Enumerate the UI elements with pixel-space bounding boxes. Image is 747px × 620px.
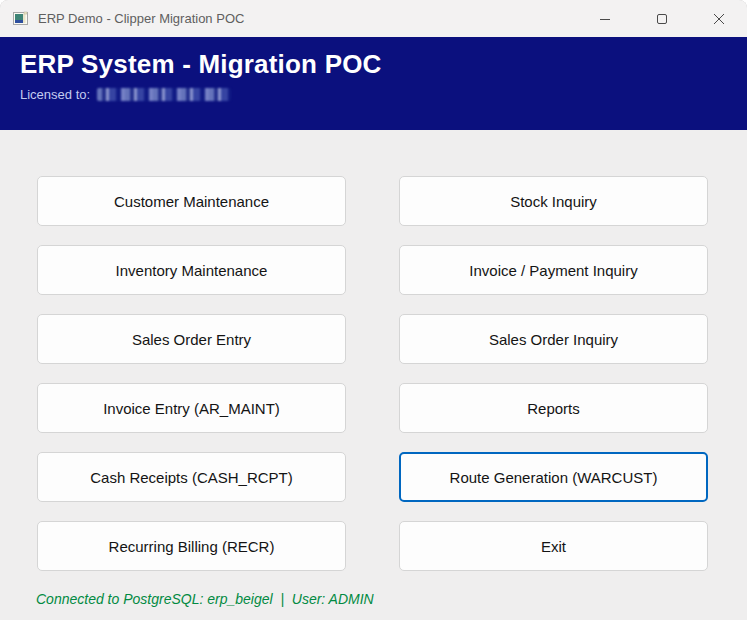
page-title: ERP System - Migration POC bbox=[20, 49, 727, 80]
minimize-icon bbox=[599, 13, 611, 25]
maximize-button[interactable] bbox=[633, 0, 690, 37]
app-window: ERP Demo - Clipper Migration POC ERP Sys… bbox=[0, 0, 747, 620]
app-header: ERP System - Migration POC Licensed to: bbox=[0, 37, 747, 130]
menu-button-customer-maintenance[interactable]: Customer Maintenance bbox=[37, 176, 346, 226]
menu-button-exit[interactable]: Exit bbox=[399, 521, 708, 571]
window-title: ERP Demo - Clipper Migration POC bbox=[38, 11, 244, 26]
close-icon bbox=[713, 13, 725, 25]
menu-button-invoice-payment-inquiry[interactable]: Invoice / Payment Inquiry bbox=[399, 245, 708, 295]
menu-button-sales-order-inquiry[interactable]: Sales Order Inquiry bbox=[399, 314, 708, 364]
license-line: Licensed to: bbox=[20, 87, 727, 102]
close-button[interactable] bbox=[690, 0, 747, 37]
menu-button-route-generation[interactable]: Route Generation (WARCUST) bbox=[399, 452, 708, 502]
menu-button-stock-inquiry[interactable]: Stock Inquiry bbox=[399, 176, 708, 226]
menu-button-sales-order-entry[interactable]: Sales Order Entry bbox=[37, 314, 346, 364]
menu-button-reports[interactable]: Reports bbox=[399, 383, 708, 433]
licensee-redacted bbox=[97, 88, 231, 101]
main-content: Customer Maintenance Stock Inquiry Inven… bbox=[0, 130, 747, 620]
maximize-icon bbox=[656, 13, 668, 25]
license-label: Licensed to: bbox=[20, 87, 90, 102]
menu-button-inventory-maintenance[interactable]: Inventory Maintenance bbox=[37, 245, 346, 295]
menu-button-cash-receipts[interactable]: Cash Receipts (CASH_RCPT) bbox=[37, 452, 346, 502]
window-controls bbox=[576, 0, 747, 37]
menu-button-invoice-entry[interactable]: Invoice Entry (AR_MAINT) bbox=[37, 383, 346, 433]
minimize-button[interactable] bbox=[576, 0, 633, 37]
titlebar: ERP Demo - Clipper Migration POC bbox=[0, 0, 747, 37]
menu-grid: Customer Maintenance Stock Inquiry Inven… bbox=[37, 176, 708, 571]
tk-app-icon bbox=[13, 11, 29, 27]
status-text: Connected to PostgreSQL: erp_beigel | Us… bbox=[36, 591, 374, 607]
menu-button-recurring-billing[interactable]: Recurring Billing (RECR) bbox=[37, 521, 346, 571]
